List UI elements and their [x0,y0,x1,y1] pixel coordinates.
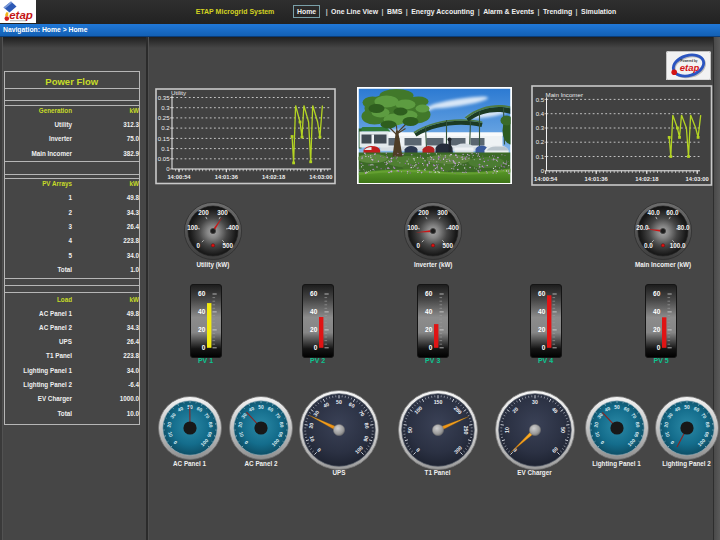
svg-text:40.0: 40.0 [647,208,660,215]
svg-text:40: 40 [653,308,661,315]
svg-text:20: 20 [425,326,433,333]
svg-text:20: 20 [310,326,318,333]
svg-text:14:00:54: 14:00:54 [534,175,558,181]
svg-text:14:02:18: 14:02:18 [635,175,659,181]
svg-text:0.1: 0.1 [536,153,545,159]
svg-text:0: 0 [417,242,421,249]
svg-text:500: 500 [222,242,233,249]
svg-text:14:03:00: 14:03:00 [686,175,709,181]
svg-text:200: 200 [198,209,209,216]
svg-text:10: 10 [503,427,509,433]
svg-text:250: 250 [463,426,469,435]
svg-text:0.5: 0.5 [536,96,545,102]
svg-text:300: 300 [217,209,228,216]
svg-text:80: 80 [279,422,285,428]
svg-text:80.0: 80.0 [677,224,690,231]
svg-text:150: 150 [433,399,442,405]
svg-text:0.35: 0.35 [158,95,170,101]
svg-text:etap: etap [9,9,33,21]
svg-text:50: 50 [614,404,620,409]
svg-text:0.2: 0.2 [536,139,545,145]
svg-text:60: 60 [198,290,206,297]
svg-text:20: 20 [653,326,661,333]
svg-text:0.3: 0.3 [161,105,170,111]
svg-text:60: 60 [538,290,546,297]
svg-text:Main Incomer: Main Incomer [546,90,583,97]
svg-text:60.0: 60.0 [666,208,679,215]
svg-text:0.1: 0.1 [161,146,170,152]
svg-text:200: 200 [419,209,430,216]
svg-text:14:01:36: 14:01:36 [585,175,609,181]
svg-text:0.4: 0.4 [536,110,545,116]
svg-text:20: 20 [663,421,669,427]
svg-text:60: 60 [310,290,318,297]
svg-text:100: 100 [407,224,418,231]
svg-text:0: 0 [657,344,661,351]
svg-text:50: 50 [560,427,566,433]
svg-text:80: 80 [207,422,213,428]
svg-text:20: 20 [538,326,546,333]
svg-text:0.25: 0.25 [158,115,170,121]
svg-text:60: 60 [653,290,661,297]
svg-text:80: 80 [634,421,640,427]
svg-text:400: 400 [448,224,459,231]
svg-text:20: 20 [593,421,599,427]
svg-text:0.0: 0.0 [644,242,653,249]
svg-text:20: 20 [238,421,244,427]
svg-text:50: 50 [336,399,342,405]
svg-text:etap: etap [680,62,700,73]
svg-text:40: 40 [425,308,433,315]
svg-text:100: 100 [187,224,198,231]
svg-text:0.3: 0.3 [536,125,545,131]
svg-text:80: 80 [704,421,710,427]
svg-text:20: 20 [166,421,172,427]
svg-text:14:01:36: 14:01:36 [215,174,239,180]
svg-text:0.05: 0.05 [158,156,170,162]
svg-text:0.15: 0.15 [158,136,170,142]
svg-text:20.0: 20.0 [636,224,649,231]
svg-text:0.2: 0.2 [161,125,170,131]
svg-text:14:00:54: 14:00:54 [167,174,191,180]
svg-text:20: 20 [308,422,315,429]
svg-text:50: 50 [258,405,264,410]
svg-text:Utility: Utility [171,89,187,96]
svg-text:40: 40 [310,308,318,315]
svg-text:14:02:18: 14:02:18 [262,174,286,180]
svg-text:40: 40 [538,308,546,315]
svg-text:40: 40 [198,308,206,315]
svg-text:80: 80 [363,422,370,429]
svg-text:300: 300 [437,209,448,216]
svg-text:0: 0 [201,344,205,351]
svg-text:400: 400 [228,224,239,231]
svg-text:30: 30 [532,399,538,405]
svg-text:0: 0 [429,344,433,351]
svg-text:0: 0 [196,242,200,249]
svg-text:60: 60 [425,290,433,297]
svg-text:0: 0 [541,344,545,351]
svg-text:500: 500 [443,242,454,249]
svg-text:20: 20 [198,326,206,333]
svg-text:50: 50 [684,404,690,409]
svg-text:14:03:00: 14:03:00 [309,174,332,180]
svg-text:0: 0 [313,344,317,351]
svg-text:50: 50 [406,427,412,433]
svg-text:100.0: 100.0 [670,242,686,249]
